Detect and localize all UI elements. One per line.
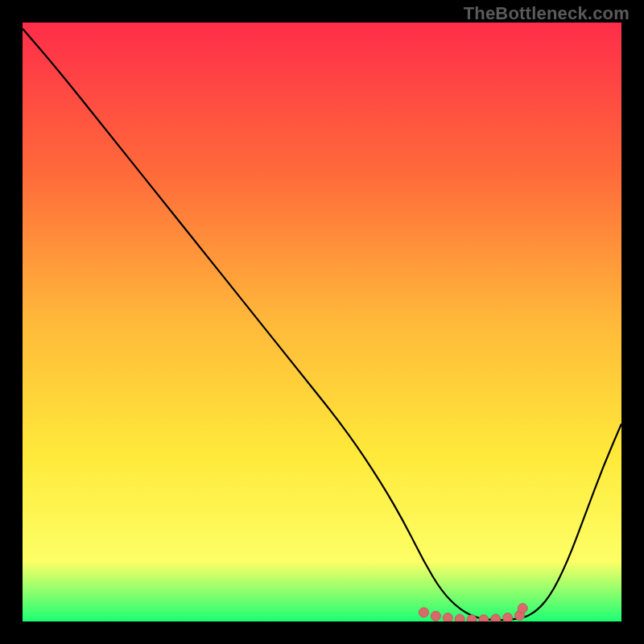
marker-dot [503, 613, 513, 621]
plot-area [23, 23, 621, 621]
marker-dot [467, 615, 477, 621]
gradient-background [23, 23, 621, 621]
marker-dot [479, 615, 489, 621]
marker-dot [518, 604, 527, 613]
marker-dot [419, 608, 428, 617]
plot-svg [23, 23, 621, 621]
chart-stage: TheBottleneck.com [0, 0, 644, 644]
marker-dot [431, 611, 440, 621]
marker-dot [491, 614, 501, 621]
marker-dot [455, 614, 464, 621]
marker-dot [443, 613, 452, 621]
watermark-text: TheBottleneck.com [464, 3, 630, 24]
